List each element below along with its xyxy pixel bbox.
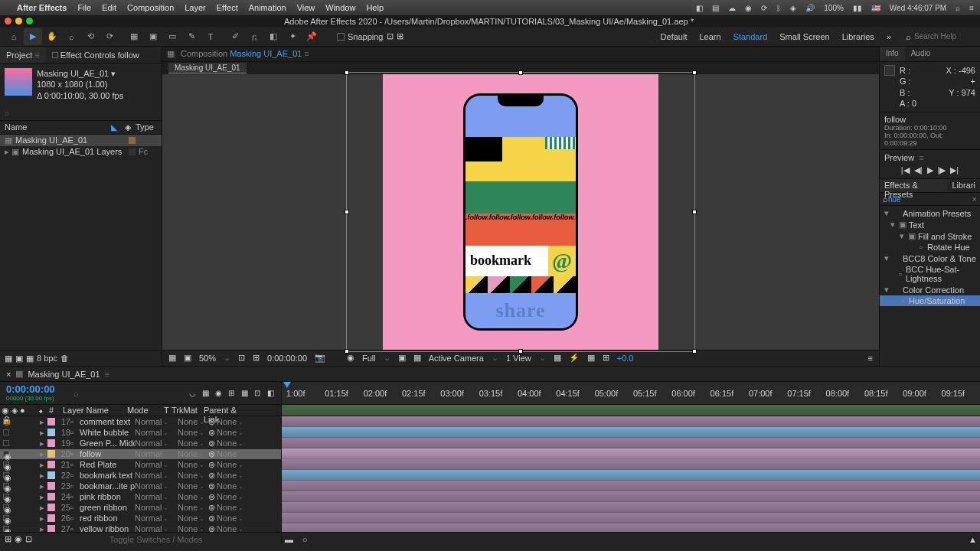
parent-dropdown[interactable]: ⊚None⌄ <box>208 514 254 523</box>
shape-tool[interactable]: ▭ <box>163 28 181 45</box>
parent-dropdown[interactable]: ⊚None⌄ <box>208 428 254 438</box>
prev-frame-button[interactable]: ◀| <box>914 165 923 175</box>
layer-name[interactable]: follow <box>78 449 135 458</box>
blend-mode-dropdown[interactable]: Normal⌄ <box>135 449 170 458</box>
workspace-default[interactable]: Default <box>661 32 688 41</box>
home-button[interactable]: ⌂ <box>5 28 23 45</box>
label-color[interactable] <box>47 461 55 468</box>
layer-name[interactable]: yellow ribbon <box>78 524 135 532</box>
layer-name[interactable]: Green P... Middle <box>78 439 135 448</box>
timeline-layer-row[interactable]: ▸ 18 ▫ White bubble Normal⌄ None⌄ ⊚None⌄ <box>0 427 980 438</box>
trkmat-dropdown[interactable]: None⌄ <box>178 439 208 448</box>
layer-bar[interactable] <box>282 470 980 481</box>
layer-name[interactable]: White bubble <box>78 428 135 437</box>
zoom-in-icon[interactable]: ▲ <box>969 535 977 544</box>
menu-animation[interactable]: Animation <box>249 3 286 12</box>
zoom-out-icon[interactable]: ▬ <box>285 535 293 544</box>
workspace-learn[interactable]: Learn <box>699 32 720 41</box>
blend-mode-dropdown[interactable]: Normal⌄ <box>135 417 170 426</box>
last-frame-button[interactable]: ▶| <box>950 165 959 175</box>
transparency-icon[interactable]: ▦ <box>413 353 421 363</box>
timecode-display[interactable]: 0:00:00:00 <box>267 354 307 363</box>
twirl-icon[interactable]: ▸ <box>40 439 46 448</box>
effects-tree-item[interactable]: ▾Color Correction <box>880 284 980 295</box>
zoom-slider[interactable]: ○ <box>293 535 316 544</box>
layer-bar[interactable] <box>282 416 980 427</box>
audio-tab[interactable]: Audio <box>905 47 937 61</box>
layer-bar[interactable] <box>282 513 980 523</box>
puppet-tool[interactable]: 📌 <box>302 28 321 45</box>
parent-dropdown[interactable]: ⊚None⌄ <box>208 439 254 448</box>
timeline-layer-row[interactable]: ◉ ▸ 25 ▫ green ribbon Normal⌄ None⌄ ⊚Non… <box>0 502 980 513</box>
layer-bar[interactable] <box>282 502 980 513</box>
layer-name[interactable]: green ribbon <box>78 503 135 512</box>
flowchart-icon[interactable]: ⊞ <box>603 353 609 363</box>
shy-button[interactable]: ◡ <box>186 389 198 397</box>
layer-bar[interactable] <box>282 448 980 459</box>
label-color[interactable] <box>47 493 55 500</box>
minimize-button[interactable] <box>15 18 22 24</box>
project-search[interactable]: ⌕ <box>0 106 162 121</box>
channel-icon[interactable]: ◉ <box>347 353 354 363</box>
menu-file[interactable]: File <box>77 3 91 12</box>
interpret-icon[interactable]: ▦ <box>5 354 12 364</box>
trkmat-dropdown[interactable]: None⌄ <box>178 524 208 532</box>
layer-view-icon[interactable]: ▦ <box>167 49 175 59</box>
blend-mode-dropdown[interactable]: Normal⌄ <box>135 492 170 501</box>
bpc-button[interactable]: 8 bpc <box>37 354 57 364</box>
first-frame-button[interactable]: |◀ <box>901 165 910 175</box>
effects-tree-item[interactable]: ▾▣Fill and Stroke <box>880 230 980 242</box>
search-help-input[interactable] <box>914 32 975 41</box>
project-tab[interactable]: Project≡ <box>0 47 46 63</box>
trkmat-dropdown[interactable]: None⌄ <box>178 514 208 523</box>
camera-dropdown[interactable]: Active Camera <box>429 354 484 363</box>
toggle-icon[interactable]: ⊞ <box>5 534 11 544</box>
workspace-standard[interactable]: Standard <box>733 32 768 41</box>
blend-mode-dropdown[interactable]: Normal⌄ <box>135 460 170 469</box>
twirl-icon[interactable]: ▸ <box>40 503 46 513</box>
viewport[interactable]: .follow.follow.follow.follow.follow.foll… <box>162 74 879 350</box>
trkmat-dropdown[interactable]: None⌄ <box>178 428 208 437</box>
label-color[interactable] <box>47 504 55 511</box>
comp-breadcrumb[interactable]: Masking UI_AE_01 <box>168 63 247 73</box>
label-color[interactable] <box>47 429 55 436</box>
rotate-tool[interactable]: ⟳ <box>100 28 119 45</box>
parent-dropdown[interactable]: ⊚None⌄ <box>208 460 254 470</box>
menu-window[interactable]: Window <box>325 3 355 12</box>
eraser-tool[interactable]: ◧ <box>264 28 283 45</box>
menu-composition[interactable]: Composition <box>127 3 174 12</box>
panel-menu-icon[interactable]: ≡ <box>868 354 873 363</box>
grid-icon[interactable]: ⊞ <box>253 353 260 363</box>
effect-controls-tab[interactable]: Effect Controls follow <box>46 47 145 63</box>
libraries-tab[interactable]: Librari <box>947 179 980 192</box>
snapshot-icon[interactable]: 📷 <box>315 353 325 363</box>
menu-icon[interactable]: ≡ <box>969 4 974 12</box>
render-queue-icon[interactable]: × <box>6 370 11 379</box>
brush-tool[interactable]: ✐ <box>226 28 244 45</box>
pan-behind-tool[interactable]: ▣ <box>144 28 162 45</box>
visibility-toggle[interactable]: ◉ <box>3 472 9 478</box>
trkmat-dropdown[interactable]: None⌄ <box>178 503 208 512</box>
frame-blend-icon[interactable]: ▦ <box>199 389 211 397</box>
timeline-layer-row[interactable]: ◉ ▸ 22 ▫ bookmark text Normal⌄ None⌄ ⊚No… <box>0 470 980 481</box>
col-trkmat[interactable]: TrkMat <box>170 405 202 416</box>
layer-name[interactable]: Red Plate <box>78 460 135 469</box>
snap-opt-icon[interactable]: ⊞ <box>397 31 403 41</box>
effects-search-input[interactable] <box>888 195 972 204</box>
play-button[interactable]: ▶ <box>927 165 933 175</box>
layer-bar[interactable] <box>282 427 980 438</box>
twirl-icon[interactable]: ▸ <box>40 460 46 470</box>
twirl-icon[interactable]: ▸ <box>40 449 46 459</box>
view-dropdown[interactable]: 1 View <box>506 354 531 363</box>
layer-name[interactable]: pink ribbon <box>78 492 135 501</box>
new-comp-icon[interactable]: ▦ <box>26 354 34 364</box>
toggle-icon[interactable]: ◉ <box>15 534 22 544</box>
toggle-icon[interactable]: ⊡ <box>25 534 32 544</box>
visibility-toggle[interactable]: ◉ <box>3 515 9 521</box>
layer-bar[interactable] <box>282 438 980 448</box>
label-color[interactable] <box>47 525 55 532</box>
menu-help[interactable]: Help <box>366 3 384 12</box>
snap-opt-icon[interactable]: ⊡ <box>387 31 394 41</box>
parent-dropdown[interactable]: ⊚None⌄ <box>208 449 254 459</box>
project-item[interactable]: ▦Masking UI_AE_01 <box>0 135 162 146</box>
